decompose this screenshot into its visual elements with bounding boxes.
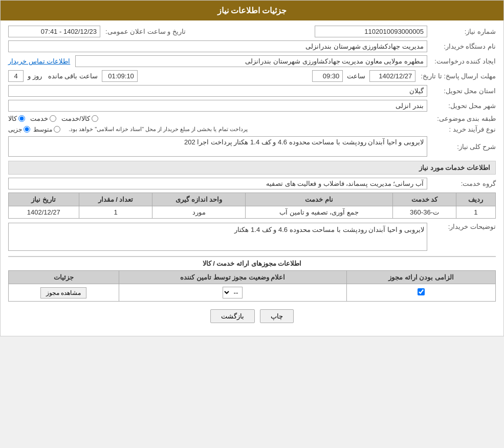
city-row: شهر محل تحویل: بندر انزلی [8,100,496,112]
col-quantity: تعداد / مقدار [79,193,152,206]
buyer-name-label: نام دستگاه خریدار: [429,42,496,50]
perm-col-details: جزئیات [9,271,119,284]
permissions-title: اطلاعات مجوزهای ارائه خدمت / کالا [8,256,496,267]
services-table: ردیف کد خدمت نام خدمت واحد اندازه گیری ت… [8,193,496,219]
deadline-row: مهلت ارسال پاسخ: تا تاریخ: 1402/12/27 سا… [8,70,496,82]
col-service-code: کد خدمت [393,193,456,206]
permissions-table: الزامی بودن ارائه مجوز اعلام وضعیت مجوز … [8,270,496,302]
category-label: طبقه بندی موضوعی: [429,115,496,122]
show-permit-button[interactable]: مشاهده مجوز [40,287,86,298]
category-row: طبقه بندی موضوعی: کالا/خدمت خدمت کالا [8,115,496,122]
page-title: جزئیات اطلاعات نیاز [217,6,287,15]
creator-row: ایجاد کننده درخواست: مطهره مولایی معاون … [8,55,496,67]
deadline-days-label: روز و [28,72,42,80]
service-group-row: گروه خدمت: آب رسانی؛ مدیریت پسماند، فاضل… [8,178,496,189]
service-group-label: گروه خدمت: [429,180,496,187]
deadline-date: 1402/12/27 [369,70,415,82]
process-jozvi-item[interactable]: جزیی [8,126,30,133]
process-motavasset-radio[interactable] [54,126,60,133]
process-note: پرداخت تمام یا بخشی از مبلغ خریدار از مح… [69,126,248,133]
content-area: شماره نیاز: 1102010093000005 تاریخ و ساع… [1,20,503,336]
city-label: شهر محل تحویل: [429,102,496,110]
creator-value: مطهره مولایی معاون مدیریت جهادکشاورزی شه… [75,55,427,67]
col-service-name: نام خدمت [245,193,392,206]
announce-time-value: 1402/12/23 - 07:41 [8,26,100,37]
deadline-remaining: 01:09:10 [102,70,138,82]
process-type-label: نوع فرآیند خرید : [429,125,496,133]
buyer-desc-label: توضیحات خریدار: [429,223,496,230]
back-button[interactable]: بازگشت [210,309,255,323]
category-khedmat-item[interactable]: خدمت [30,115,56,122]
buyer-desc-value: لایروبی و احیا آبندان رودپشت با مساحت مح… [8,223,427,251]
category-kala-khedmat-radio[interactable] [92,115,98,122]
need-number-label: شماره نیاز: [429,28,496,35]
province-row: استان محل تحویل: گیلان [8,85,496,97]
province-value: گیلان [8,85,427,97]
need-number-value: 1102010093000005 [315,26,427,37]
buyer-name-row: نام دستگاه خریدار: مدیریت جهادکشاورزی شه… [8,40,496,52]
deadline-label: مهلت ارسال پاسخ: تا تاریخ: [418,72,496,80]
buyer-name-value: مدیریت جهادکشاورزی شهرستان بندرانزلی [8,40,427,52]
deadline-remaining-label: ساعت باقی مانده [48,72,98,80]
province-label: استان محل تحویل: [429,87,496,95]
category-kala-label: کالا [8,115,17,122]
footer-buttons: چاپ بازگشت [8,302,496,331]
deadline-days: 4 [8,70,24,82]
service-group-value: آب رسانی؛ مدیریت پسماند، فاضلاب و فعالیت… [8,178,427,189]
contact-info-link[interactable]: اطلاعات تماس خریدار [8,57,70,65]
process-motavasset-label: متوسط [33,126,52,133]
col-need-date: تاریخ نیاز [9,193,79,206]
need-description-row: شرح کلی نیاز: لایروبی و احیا آبندان رودپ… [8,136,496,157]
category-kala-khedmat-label: کالا/خدمت [61,115,90,122]
mandatory-checkbox[interactable] [418,288,425,295]
need-description-value: لایروبی و احیا آبندان رودپشت با مساحت مح… [8,136,427,157]
col-row-num: ردیف [456,193,495,206]
process-jozvi-label: جزیی [8,126,22,133]
creator-label: ایجاد کننده درخواست: [429,57,496,65]
deadline-time: 09:30 [312,70,343,82]
category-khedmat-label: خدمت [30,115,48,122]
process-type-options: پرداخت تمام یا بخشی از مبلغ خریدار از مح… [8,126,427,133]
table-row: 1ت-36-360جمع آوری، تصفیه و تامین آبمورد1… [9,206,496,219]
page-wrapper: جزئیات اطلاعات نیاز شماره نیاز: 11020100… [0,0,504,336]
process-type-row: نوع فرآیند خرید : پرداخت تمام یا بخشی از… [8,125,496,133]
announce-time-label: تاریخ و ساعت اعلان عمومی: [102,28,186,35]
perm-col-mandatory: الزامی بودن ارائه مجوز [347,271,496,284]
status-select[interactable]: -- [223,287,243,298]
print-button[interactable]: چاپ [260,309,294,323]
need-description-label: شرح کلی نیاز: [429,143,496,151]
table-row: --مشاهده مجوز [9,284,496,302]
category-radio-group: کالا/خدمت خدمت کالا [8,115,427,122]
category-kala-khedmat-item[interactable]: کالا/خدمت [61,115,98,122]
process-jozvi-radio[interactable] [24,126,30,133]
buyer-desc-row: توضیحات خریدار: لایروبی و احیا آبندان رو… [8,223,496,251]
process-motavasset-item[interactable]: متوسط [33,126,60,133]
col-unit: واحد اندازه گیری [152,193,245,206]
category-khedmat-radio[interactable] [50,115,56,122]
perm-col-status: اعلام وضعیت مجوز توسط تامین کننده [119,271,347,284]
service-info-title: اطلاعات خدمات مورد نیاز [8,161,496,175]
category-kala-radio[interactable] [18,115,25,122]
category-kala-item[interactable]: کالا [8,115,25,122]
need-number-row: شماره نیاز: 1102010093000005 تاریخ و ساع… [8,26,496,37]
city-value: بندر انزلی [8,100,427,112]
deadline-time-label: ساعت [347,72,365,80]
page-header: جزئیات اطلاعات نیاز [1,1,503,20]
